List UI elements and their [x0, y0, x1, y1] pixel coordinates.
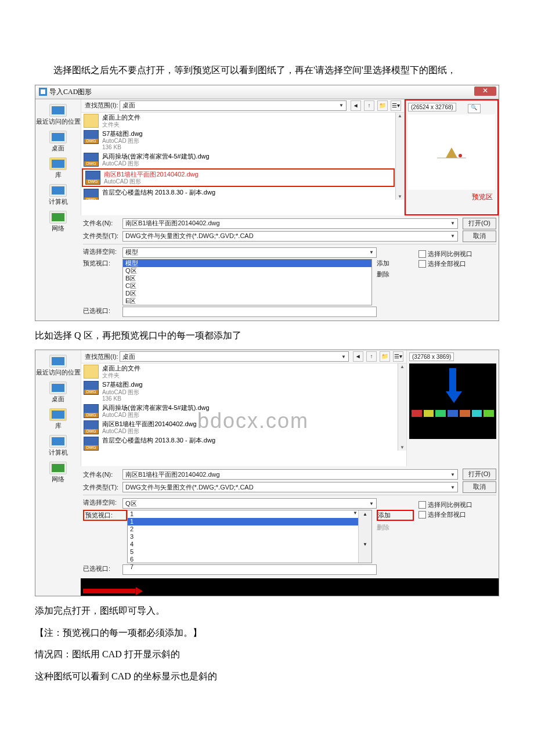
filename-label: 文件名(N):: [83, 219, 122, 228]
app-icon: [39, 88, 47, 96]
paragraph-3: 添加完点打开，图纸即可导入。: [35, 603, 499, 618]
dwg-icon: [84, 404, 99, 418]
chevron-down-icon: ▼: [369, 250, 374, 255]
file-row[interactable]: 桌面上的文件文件夹: [81, 363, 398, 380]
add-button[interactable]: 添加: [377, 259, 414, 268]
sb-lib[interactable]: 库: [35, 408, 81, 430]
add-button[interactable]: 添加: [377, 510, 414, 521]
selected-label: 已选视口:: [83, 307, 122, 315]
dwg-icon: [85, 171, 100, 185]
sb-recent[interactable]: 最近访问的位置: [35, 104, 81, 126]
dialog-title: 导入CAD图形: [49, 87, 92, 97]
cancel-button[interactable]: 取消: [463, 231, 496, 242]
paragraph-1: 选择图纸之后先不要点打开，等到预览区可以看到图纸了，再在'请选择空间'里选择模型…: [35, 63, 499, 78]
sb-desktop[interactable]: 桌面: [35, 381, 81, 404]
selected-label: 已选视口:: [83, 564, 122, 573]
filetype-field[interactable]: DWG文件与矢量图文件(*.DWG;*.GVD;*.CAD▼: [122, 482, 458, 492]
paragraph-5: 情况四：图纸用 CAD 打开显示斜的: [35, 647, 499, 662]
new-folder-icon[interactable]: 📁: [377, 100, 388, 111]
viewport-listbox[interactable]: 模型 Q区 B区 C区 D区 E区: [122, 259, 372, 305]
delete-button[interactable]: 删除: [377, 523, 414, 532]
file-row[interactable]: 首层空心楼盖结构 2013.8.30 - 副本.dwg: [81, 188, 395, 199]
preview-pane: (32768 x 3869): [407, 350, 499, 466]
paragraph-2: 比如选择 Q 区，再把预览视口中的每一项都添加了: [35, 328, 499, 343]
sb-lib[interactable]: 库: [35, 157, 81, 179]
search-icon[interactable]: 🔍: [468, 104, 481, 113]
viewport-label: 预览视口:: [83, 510, 127, 521]
range-combo[interactable]: 桌面▼: [120, 100, 347, 111]
viewport-listbox[interactable]: 1 1 2 3 4 5 6 7 ▲▼ ▼: [127, 510, 372, 563]
dialog-import-2: 最近访问的位置 桌面 库 计算机 网络 查找范围(I): 桌面▼ ◄ ↑: [35, 350, 499, 596]
back-icon[interactable]: ◄: [351, 100, 361, 111]
file-row[interactable]: 南区B1墙柱平面图20140402.dwgAutoCAD 图形: [81, 419, 398, 435]
chk-same-scale[interactable]: 选择同比例视口: [418, 501, 494, 509]
file-row[interactable]: 桌面上的文件文件夹: [81, 113, 395, 129]
chk-all-viewports[interactable]: 选择全部视口: [418, 510, 494, 519]
sb-network[interactable]: 网络: [35, 462, 81, 484]
filetype-label: 文件类型(T):: [83, 483, 122, 492]
chevron-down-icon: ▼: [450, 485, 455, 490]
open-button[interactable]: 打开(O): [463, 218, 496, 229]
chk-same-scale[interactable]: 选择同比例视口: [418, 250, 494, 258]
back-icon[interactable]: ◄: [353, 351, 363, 362]
sb-computer[interactable]: 计算机: [35, 184, 81, 206]
annotation-arrow-down: [446, 368, 460, 403]
filetype-field[interactable]: DWG文件与矢量图文件(*.DWG;*.GVD;*.CAD▼: [122, 231, 458, 242]
file-row[interactable]: 风雨操场(曾家湾崔家营4-5#建筑).dwgAutoCAD 图形: [81, 152, 395, 168]
close-button[interactable]: ✕: [474, 87, 496, 96]
svg-rect-1: [41, 89, 45, 94]
chevron-down-icon: ▼: [450, 233, 455, 239]
preview-dimensions: (26524 x 32768): [408, 103, 456, 111]
open-button[interactable]: 打开(O): [463, 469, 496, 480]
file-row[interactable]: 首层空心楼盖结构 2013.8.30 - 副本.dwg: [81, 435, 398, 451]
delete-button[interactable]: 删除: [377, 270, 414, 279]
scrollbar[interactable]: ▲▼: [398, 363, 406, 451]
new-folder-icon[interactable]: 📁: [380, 351, 390, 362]
chevron-down-icon: ▼: [369, 501, 374, 506]
file-row[interactable]: S7基础图.dwgAutoCAD 图形136 KB: [81, 380, 398, 402]
range-combo[interactable]: 桌面▼: [120, 351, 349, 362]
space-label: 请选择空间:: [83, 247, 122, 256]
filename-field[interactable]: 南区B1墙柱平面图20140402.dwg▼: [122, 218, 458, 229]
file-row[interactable]: S7基础图.dwgAutoCAD 图形136 KB: [81, 129, 395, 152]
cancel-button[interactable]: 取消: [463, 481, 496, 493]
dwg-icon: [84, 381, 99, 395]
dwg-icon: [84, 153, 99, 167]
places-sidebar: 最近访问的位置 桌面 库 计算机 网络: [35, 350, 81, 596]
scrollbar[interactable]: ▲▼: [395, 113, 404, 200]
folder-icon: [84, 114, 99, 128]
svg-marker-3: [446, 147, 457, 158]
paragraph-4: 【注：预览视口的每一项都必须添加。】: [35, 625, 499, 640]
toolbar-icons: ◄ ↑ 📁 ☰▾: [352, 351, 404, 362]
sb-computer[interactable]: 计算机: [35, 435, 81, 457]
filetype-label: 文件类型(T):: [83, 232, 122, 240]
views-icon[interactable]: ☰▾: [393, 351, 403, 362]
file-row-selected[interactable]: 南区B1墙柱平面图20140402.dwgAutoCAD 图形: [82, 168, 395, 187]
chevron-down-icon: ▼: [339, 103, 344, 108]
viewport-label: 预览视口:: [83, 259, 122, 268]
sb-recent[interactable]: 最近访问的位置: [35, 355, 81, 377]
file-row[interactable]: 风雨操场(曾家湾崔家营4-5#建筑).dwgAutoCAD 图形: [81, 403, 398, 419]
preview-label: 预览区: [408, 192, 495, 202]
places-sidebar: 最近访问的位置 桌面 库 计算机 网络: [35, 99, 81, 321]
filename-label: 文件名(N):: [83, 470, 122, 479]
chk-all-viewports[interactable]: 选择全部视口: [418, 260, 494, 268]
dwg-icon: [84, 130, 99, 144]
chevron-down-icon: ▼: [450, 472, 455, 477]
annotation-arrow-right: [81, 578, 499, 596]
up-icon[interactable]: ↑: [364, 100, 374, 111]
views-icon[interactable]: ☰▾: [391, 100, 401, 111]
space-label: 请选择空间:: [83, 498, 122, 507]
up-icon[interactable]: ↑: [366, 351, 377, 362]
range-label: 查找范围(I):: [84, 352, 120, 361]
preview-dimensions: (32768 x 3869): [409, 352, 454, 361]
filename-field[interactable]: 南区B1墙柱平面图20140402.dwg▼: [122, 469, 458, 480]
sb-desktop[interactable]: 桌面: [35, 131, 81, 153]
chevron-down-icon: ▼: [450, 221, 455, 226]
dwg-icon: [84, 437, 99, 451]
space-combo[interactable]: Q区▼: [122, 498, 377, 509]
sb-network[interactable]: 网络: [35, 211, 81, 233]
toolbar-icons: ◄ ↑ 📁 ☰▾: [350, 100, 402, 111]
selected-listbox[interactable]: [122, 307, 377, 317]
space-combo[interactable]: 模型▼: [122, 247, 377, 258]
